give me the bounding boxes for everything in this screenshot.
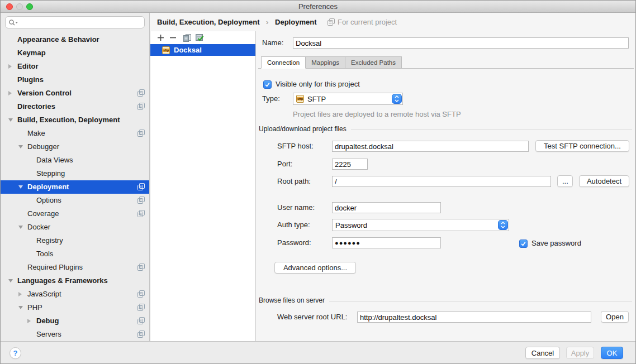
collapse-arrow-icon[interactable] [18,226,23,229]
settings-search-box[interactable] [5,16,145,28]
apply-button[interactable]: Apply [566,347,594,359]
sidebar-item-coverage[interactable]: Coverage [1,207,149,221]
use-as-default-button[interactable] [193,33,206,43]
sidebar-item-docker[interactable]: Docker [1,221,149,234]
sidebar-item-version-control[interactable]: Version Control [1,87,149,100]
save-password-checkbox[interactable]: Save password [519,238,581,248]
collapse-arrow-icon[interactable] [8,279,13,282]
sidebar-item-languages-frameworks[interactable]: Languages & Frameworks [1,274,149,288]
duplicate-icon [183,34,191,42]
sidebar-item-servers[interactable]: Servers [1,328,149,341]
collapse-arrow-icon[interactable] [18,145,23,149]
project-copy-icon [137,103,145,110]
project-copy-icon [137,304,145,311]
remove-server-button[interactable] [167,33,179,43]
type-row: Type: sftp SFTP [256,93,632,105]
password-row: Password: Save password [256,237,632,249]
test-sftp-connection-button[interactable]: Test SFTP connection... [535,140,629,152]
name-row: Name: [256,37,632,49]
sidebar-item-editor[interactable]: Editor [1,60,149,73]
server-list-item[interactable]: sftp Docksal [150,44,255,56]
sidebar-item-php[interactable]: PHP [1,301,149,314]
expand-arrow-icon[interactable] [27,319,31,323]
tab-mappings[interactable]: Mappings [305,56,345,69]
sidebar-item-data-views[interactable]: Data Views [1,154,149,167]
dropdown-stepper-icon[interactable] [498,220,508,230]
section-divider [329,301,632,301]
tab-excluded-paths[interactable]: Excluded Paths [345,56,402,69]
collapse-arrow-icon[interactable] [18,185,23,189]
expand-arrow-icon[interactable] [8,64,12,69]
sidebar-item-directories[interactable]: Directories [1,100,149,113]
collapse-arrow-icon[interactable] [18,306,23,309]
project-copy-icon [137,290,145,298]
auth-type-value: Password [335,221,498,229]
sidebar-item-javascript[interactable]: JavaScript [1,288,149,301]
save-password-label: Save password [531,239,581,247]
sidebar-item-label: Editor [1,60,39,73]
advanced-options-button[interactable]: Advanced options... [274,262,356,274]
search-filter-caret-icon [16,22,18,23]
dropdown-stepper-icon[interactable] [392,94,402,104]
cancel-button[interactable]: Cancel [525,347,560,359]
settings-header: Build, Execution, Deployment › Deploymen… [150,13,636,31]
user-name-row: User name: [256,202,632,214]
checkbox-checked-icon [263,80,272,89]
sidebar-item-keymap[interactable]: Keymap [1,46,149,60]
svg-text:sftp: sftp [163,48,169,51]
settings-tree: Appearance & BehaviorKeymapEditorPlugins… [1,33,149,341]
project-copy-icon [137,183,145,190]
tab-connection[interactable]: Connection [261,56,306,69]
sidebar-item-options[interactable]: Options [1,194,149,207]
sidebar-item-build-execution-deployment[interactable]: Build, Execution, Deployment [1,113,149,127]
sidebar-item-tools[interactable]: Tools [1,247,149,261]
search-input[interactable] [22,17,142,28]
expand-arrow-icon[interactable] [8,91,12,95]
project-copy-icon [137,317,145,324]
sidebar-item-debug[interactable]: Debug [1,314,149,328]
visible-project-checkbox[interactable]: Visible only for this project [263,79,360,89]
sidebar-item-required-plugins[interactable]: Required Plugins [1,261,149,274]
checkbox-checked-icon [519,240,528,248]
collapse-arrow-icon[interactable] [8,118,13,122]
root-path-row: Root path: ... Autodetect [256,175,632,188]
sidebar-item-registry[interactable]: Registry [1,234,149,247]
name-input[interactable] [293,37,629,49]
breadcrumb-item-current[interactable]: Deployment [275,18,316,26]
sidebar-item-make[interactable]: Make [1,127,149,140]
sidebar-item-debugger[interactable]: Debugger [1,140,149,154]
sidebar-item-label: Plugins [1,73,44,87]
port-row: Port: [256,158,632,170]
title-bar: Preferences [1,1,635,13]
add-server-button[interactable] [154,33,167,43]
sidebar-item-plugins[interactable]: Plugins [1,73,149,87]
expand-arrow-icon[interactable] [18,292,22,296]
settings-sidebar: Appearance & BehaviorKeymapEditorPlugins… [1,13,150,341]
web-root-input[interactable] [357,312,591,323]
scope-indicator[interactable]: For current project [328,13,397,31]
open-button[interactable]: Open [601,311,629,323]
help-button[interactable]: ? [10,347,21,359]
search-icon [8,19,18,27]
ok-button[interactable]: OK [601,347,623,359]
autodetect-button[interactable]: Autodetect [579,175,629,187]
breadcrumb-separator: › [262,18,273,26]
auth-type-row: Auth type: Password [256,219,632,231]
user-name-input[interactable] [332,202,441,213]
root-path-input[interactable] [332,176,551,187]
sidebar-item-deployment[interactable]: Deployment [1,180,149,194]
password-input[interactable] [332,237,441,248]
duplicate-server-button[interactable] [181,33,193,43]
browse-root-path-button[interactable]: ... [557,175,573,187]
auth-type-select[interactable]: Password [332,219,509,231]
sftp-host-input[interactable] [332,141,529,152]
sidebar-item-stepping[interactable]: Stepping [1,167,149,180]
type-select[interactable]: sftp SFTP [293,93,403,105]
minus-icon [169,34,177,41]
breadcrumb-item-parent[interactable]: Build, Execution, Deployment [157,18,259,26]
project-copy-icon [137,210,145,217]
deployment-form: Name: Connection Mappings Excluded Paths… [256,31,636,341]
sidebar-item-appearance-behavior[interactable]: Appearance & Behavior [1,33,149,46]
port-input[interactable] [332,159,368,170]
scope-label: For current project [338,18,397,26]
